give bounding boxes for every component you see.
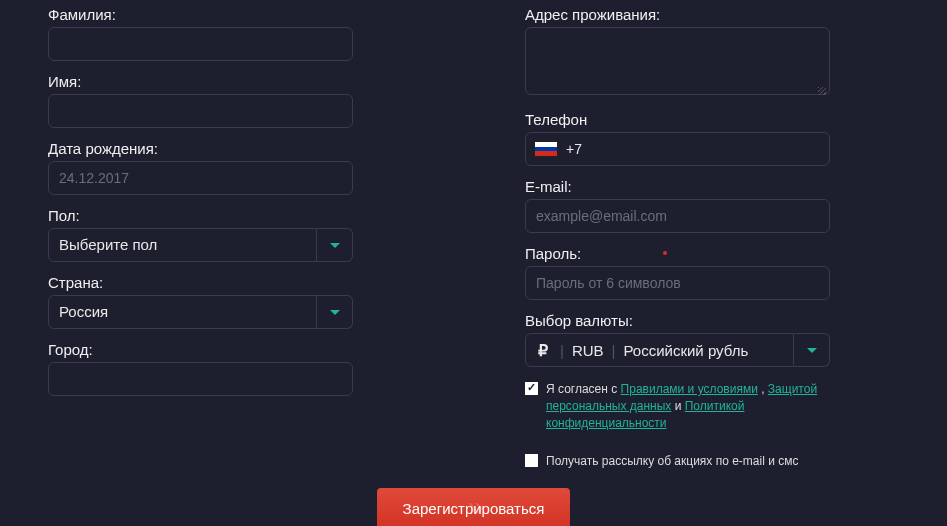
currency-label: Выбор валюты: — [525, 306, 937, 329]
rules-link[interactable]: Правилами и условиями — [621, 382, 758, 396]
phone-prefix: +7 — [566, 141, 582, 157]
gender-value: Выберите пол — [48, 228, 317, 262]
register-button[interactable]: Зарегистрироваться — [377, 488, 571, 526]
firstname-input[interactable] — [48, 94, 353, 128]
currency-select[interactable]: ₽ | RUB | Российский рубль — [525, 333, 830, 367]
newsletter-text: Получать рассылку об акциях по e-mail и … — [546, 453, 799, 470]
phone-label: Телефон — [525, 105, 937, 128]
currency-name: Российский рубль — [623, 342, 748, 359]
agree-checkbox[interactable] — [525, 382, 538, 395]
gender-label: Пол: — [48, 201, 460, 224]
flag-ru-icon — [534, 141, 558, 157]
currency-code: RUB — [572, 342, 604, 359]
country-select[interactable]: Россия — [48, 295, 353, 329]
currency-dropdown-arrow[interactable] — [794, 333, 830, 367]
email-label: E-mail: — [525, 172, 937, 195]
lastname-label: Фамилия: — [48, 0, 460, 23]
gender-select[interactable]: Выберите пол — [48, 228, 353, 262]
address-label: Адрес проживания: — [525, 0, 937, 23]
chevron-down-icon — [330, 310, 340, 315]
resize-handle-icon[interactable] — [818, 87, 826, 95]
chevron-down-icon — [807, 348, 817, 353]
dob-label: Дата рождения: — [48, 134, 460, 157]
country-value: Россия — [48, 295, 317, 329]
dob-input[interactable] — [48, 161, 353, 195]
city-label: Город: — [48, 335, 460, 358]
chevron-down-icon — [330, 243, 340, 248]
agree-text: Я согласен с Правилами и условиями , Защ… — [546, 381, 830, 431]
newsletter-checkbox[interactable] — [525, 454, 538, 467]
password-label: Пароль: — [525, 239, 937, 262]
gender-dropdown-arrow[interactable] — [317, 228, 353, 262]
email-input[interactable] — [525, 199, 830, 233]
ruble-icon: ₽ — [534, 341, 552, 359]
address-input[interactable] — [525, 27, 830, 95]
country-dropdown-arrow[interactable] — [317, 295, 353, 329]
country-label: Страна: — [48, 268, 460, 291]
phone-input[interactable]: +7 — [525, 132, 830, 166]
required-dot-icon — [663, 251, 667, 255]
lastname-input[interactable] — [48, 27, 353, 61]
city-input[interactable] — [48, 362, 353, 396]
firstname-label: Имя: — [48, 67, 460, 90]
password-input[interactable] — [525, 266, 830, 300]
